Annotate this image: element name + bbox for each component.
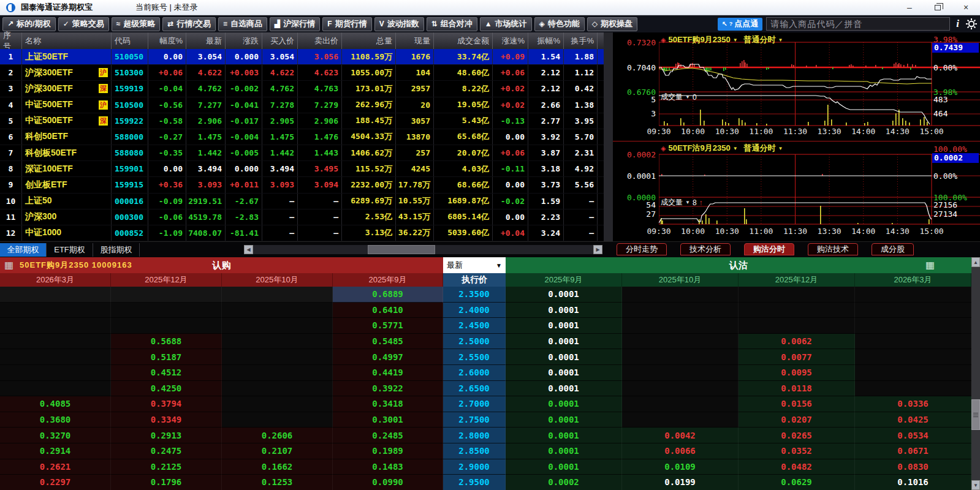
strike-cell[interactable]: 2.4000: [443, 303, 506, 318]
put-cell[interactable]: [739, 303, 855, 318]
put-cell[interactable]: 0.0336: [855, 396, 971, 412]
strike-cell[interactable]: 2.7000: [443, 396, 506, 412]
call-cell[interactable]: [222, 349, 333, 365]
volume-legend[interactable]: 成交量 ▼ 8 ↑: [661, 197, 703, 208]
put-cell[interactable]: 0.0534: [855, 428, 971, 443]
call-cell[interactable]: 0.4085: [0, 396, 111, 412]
column-header[interactable]: 成交金额: [434, 32, 493, 49]
strike-cell[interactable]: 2.6000: [443, 365, 506, 381]
column-header[interactable]: 现量: [396, 32, 434, 49]
chart-call-header[interactable]: ◈ 50ETF购9月2350 ▼ 普通分时 ▼: [661, 34, 783, 45]
call-cell[interactable]: 0.6889: [333, 287, 443, 303]
tab-call-put-intraday[interactable]: 购沽分时: [744, 243, 794, 255]
quote-row[interactable]: 5中证500ETF深159922-0.582.906-0.0172.9052.9…: [0, 113, 604, 129]
put-cell[interactable]: [855, 349, 971, 365]
put-cell[interactable]: 0.0001: [506, 443, 622, 459]
tab-intraday[interactable]: 分时走势: [617, 243, 667, 255]
put-cell[interactable]: 0.0066: [622, 443, 739, 459]
call-cell[interactable]: 0.5688: [111, 334, 222, 350]
call-cell[interactable]: 0.3270: [0, 428, 111, 443]
strike-cell[interactable]: 2.7500: [443, 412, 506, 428]
put-cell[interactable]: 0.0062: [739, 334, 855, 350]
call-cell[interactable]: 0.4419: [333, 365, 443, 381]
put-cell[interactable]: 0.0001: [506, 428, 622, 443]
strike-cell[interactable]: 2.6500: [443, 381, 506, 397]
column-header[interactable]: 名称: [22, 32, 112, 49]
call-cell[interactable]: 0.3680: [0, 412, 111, 428]
call-month-header[interactable]: 2025年12月: [111, 273, 222, 287]
quote-row[interactable]: 10上证50000016-0.092919.51-2.67——6289.69万1…: [0, 194, 604, 209]
put-cell[interactable]: 0.0001: [506, 303, 622, 318]
close-button[interactable]: ×: [952, 0, 980, 15]
quote-table-vscrollbar[interactable]: ▲ ▼: [604, 32, 613, 241]
strike-cell[interactable]: 2.3500: [443, 287, 506, 303]
put-cell[interactable]: 0.0352: [739, 443, 855, 459]
put-cell[interactable]: 0.0001: [506, 396, 622, 412]
call-cell[interactable]: [222, 287, 333, 303]
call-cell[interactable]: 0.1796: [111, 475, 222, 490]
put-month-header[interactable]: 2025年10月: [622, 273, 739, 287]
put-cell[interactable]: 0.0001: [506, 381, 622, 397]
restore-button[interactable]: [924, 0, 952, 15]
call-cell[interactable]: [0, 349, 111, 365]
put-cell[interactable]: 0.0001: [506, 349, 622, 365]
toolbar-button-super-strategy[interactable]: ≈超级策略: [112, 17, 161, 31]
chevron-down-icon[interactable]: ▼: [778, 146, 783, 151]
put-cell[interactable]: 0.0001: [506, 459, 622, 475]
call-cell[interactable]: 0.3418: [333, 396, 443, 412]
hscroll-left-button[interactable]: ◀: [244, 245, 253, 254]
diandiantong-button[interactable]: ↖? 点点通: [718, 18, 763, 31]
call-cell[interactable]: [0, 334, 111, 350]
quote-row[interactable]: 3沪深300ETF深159919-0.044.762-0.0024.7624.7…: [0, 81, 604, 97]
option-vscrollbar[interactable]: ▲ ▼: [971, 257, 980, 490]
chevron-down-icon[interactable]: ▼: [733, 37, 738, 43]
hscroll-right-button[interactable]: ▶: [593, 245, 602, 254]
put-cell[interactable]: [622, 318, 739, 334]
put-cell[interactable]: 0.0001: [506, 287, 622, 303]
put-cell[interactable]: [855, 303, 971, 318]
column-header[interactable]: 涨跌: [226, 32, 262, 49]
quote-row[interactable]: 4中证500ETF沪510500-0.567.277-0.0417.2787.2…: [0, 97, 604, 113]
call-cell[interactable]: 0.3001: [333, 412, 443, 428]
put-cell[interactable]: 0.0118: [739, 381, 855, 397]
column-header[interactable]: 买入价: [262, 32, 298, 49]
quote-row[interactable]: 11沪深300000300-0.064519.78-2.83——2.53亿43.…: [0, 209, 604, 225]
call-cell[interactable]: [0, 365, 111, 381]
column-header[interactable]: 代码: [112, 32, 148, 49]
put-cell[interactable]: 0.0199: [622, 475, 739, 490]
put-cell[interactable]: 0.0830: [855, 459, 971, 475]
put-cell[interactable]: 0.0109: [622, 459, 739, 475]
toolbar-button-volatility-index[interactable]: V波动指数: [374, 17, 424, 31]
put-cell[interactable]: 0.0671: [855, 443, 971, 459]
toolbar-button-watchlist[interactable]: ≡自选商品: [218, 17, 267, 31]
chart-put-mode[interactable]: 普通分时: [744, 143, 776, 154]
put-cell[interactable]: [622, 287, 739, 303]
chevron-down-icon[interactable]: ▼: [733, 146, 738, 151]
call-cell[interactable]: [222, 412, 333, 428]
call-cell[interactable]: [222, 381, 333, 397]
put-cell[interactable]: 0.0156: [739, 396, 855, 412]
settings-gear-icon[interactable]: [965, 18, 978, 30]
tab-technical[interactable]: 技术分析: [680, 243, 731, 255]
column-header[interactable]: 换手%: [564, 32, 598, 49]
put-cell[interactable]: [622, 303, 739, 318]
scroll-up-button[interactable]: ▲: [971, 257, 980, 267]
column-header[interactable]: 卖出价: [298, 32, 342, 49]
quote-row[interactable]: 7科创板50ETF588080-0.351.442-0.0051.4421.44…: [0, 145, 604, 161]
call-cell[interactable]: 0.4512: [111, 365, 222, 381]
put-cell[interactable]: [622, 349, 739, 365]
put-month-header[interactable]: 2025年9月: [506, 273, 622, 287]
info-icon[interactable]: i: [954, 18, 962, 30]
call-month-header[interactable]: 2026年3月: [0, 273, 111, 287]
quote-row[interactable]: 9创业板ETF159915+0.363.093+0.0113.0933.0942…: [0, 177, 604, 193]
call-cell[interactable]: [111, 303, 222, 318]
quote-row[interactable]: 6科创50ETF588000-0.271.475-0.0041.4751.476…: [0, 129, 604, 145]
call-cell[interactable]: 0.5771: [333, 318, 443, 334]
put-cell[interactable]: 0.0001: [506, 334, 622, 350]
call-cell[interactable]: 0.6410: [333, 303, 443, 318]
call-cell[interactable]: 0.3794: [111, 396, 222, 412]
call-cell[interactable]: [222, 334, 333, 350]
put-cell[interactable]: 0.0042: [622, 428, 739, 443]
symbol-search-input[interactable]: [766, 17, 950, 31]
toolbar-button-quote-trade[interactable]: ⇄行情/交易: [162, 17, 216, 31]
